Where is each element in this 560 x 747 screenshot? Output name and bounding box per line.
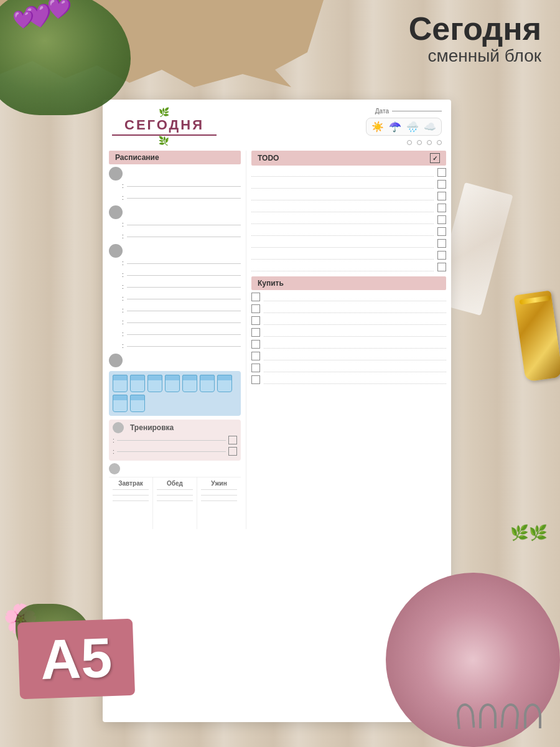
- schedule-bullet-2: [109, 205, 241, 219]
- buy-checkbox-8[interactable]: [251, 375, 260, 384]
- todo-checkbox-3[interactable]: [437, 192, 446, 200]
- water-glass-5[interactable]: [182, 375, 197, 392]
- todo-checkbox-9[interactable]: [437, 263, 446, 271]
- breakfast-col: Завтрак: [109, 477, 153, 529]
- schedule-row-5: :: [109, 259, 241, 267]
- todo-line-8: [251, 251, 434, 260]
- todo-row-8: [251, 251, 446, 260]
- schedule-row-1: :: [109, 182, 241, 190]
- lunch-col: Обед: [153, 477, 197, 529]
- todo-row-6: [251, 227, 446, 236]
- schedule-bullet-3: [109, 244, 241, 258]
- bullet-2: [109, 205, 123, 219]
- radio-3[interactable]: [427, 140, 432, 145]
- todo-label: TODO: [258, 154, 279, 162]
- schedule-row-9: :: [109, 306, 241, 314]
- buy-checkbox-4[interactable]: [251, 328, 260, 337]
- buy-line-1: [264, 293, 446, 301]
- todo-header: TODO ✓: [251, 151, 446, 166]
- bullet-3: [109, 244, 123, 258]
- radio-1[interactable]: [407, 140, 412, 145]
- buy-checkbox-1[interactable]: [251, 293, 260, 301]
- water-glass-4[interactable]: [165, 375, 180, 392]
- date-underline: [392, 111, 442, 111]
- buy-checkbox-7[interactable]: [251, 364, 260, 372]
- todo-line-5: [251, 215, 434, 224]
- weather-box: ☀️ ☂️ 🌧️ ☁️: [366, 118, 442, 136]
- buy-row-1: [251, 293, 446, 301]
- lunch-lines: [157, 489, 193, 527]
- todo-checkbox-4[interactable]: [437, 204, 446, 212]
- buy-checkbox-2[interactable]: [251, 304, 260, 313]
- left-column: Расписание : : :: [103, 151, 246, 529]
- buy-row-2: [251, 304, 446, 313]
- buy-row-8: [251, 375, 446, 384]
- todo-checkbox-5[interactable]: [437, 215, 446, 224]
- weather-radios: [407, 140, 442, 145]
- weather-rain: ☂️: [389, 121, 401, 133]
- schedule-row-11: :: [109, 330, 241, 338]
- schedule-row-10: :: [109, 318, 241, 326]
- buy-line-6: [264, 352, 446, 360]
- buy-header: Купить: [251, 276, 446, 290]
- todo-checkbox-8[interactable]: [437, 251, 446, 260]
- todo-line-1: [251, 168, 434, 177]
- schedule-row-6: :: [109, 271, 241, 279]
- training-line-2: [117, 451, 226, 452]
- title-area: Сегодня сменный блок: [324, 0, 560, 72]
- water-tracker: [109, 371, 241, 416]
- water-glass-9[interactable]: [130, 395, 145, 412]
- schedule-bullet-1: [109, 167, 241, 181]
- lunch-label: Обед: [157, 480, 193, 487]
- a5-label: A5: [39, 626, 113, 692]
- todo-checkbox-2[interactable]: [437, 180, 446, 189]
- radio-4[interactable]: [437, 140, 442, 145]
- training-check-1[interactable]: [228, 436, 237, 444]
- buy-checkbox-3[interactable]: [251, 316, 260, 325]
- schedule-header: Расписание: [109, 151, 241, 164]
- water-glass-2[interactable]: [130, 375, 145, 392]
- a5-badge: A5: [17, 619, 135, 699]
- training-bullet: [113, 422, 124, 433]
- line-2: [127, 198, 241, 199]
- schedule-row-2: :: [109, 194, 241, 202]
- todo-check-icon[interactable]: ✓: [430, 153, 440, 163]
- leaf-right: 🌿: [159, 136, 169, 146]
- plant-decoration-topleft: 💜 💜 💜: [0, 0, 149, 146]
- buy-row-4: [251, 328, 446, 337]
- page-header: 🌿 СЕГОДНЯ 🌿 Дата ☀️ ☂️ 🌧️ ☁️: [103, 100, 451, 151]
- weather-cloud: ☁️: [424, 121, 436, 133]
- bullet-4: [109, 354, 123, 367]
- buy-row-7: [251, 364, 446, 372]
- subtitle: сменный блок: [336, 46, 541, 66]
- training-line-1: [117, 440, 226, 441]
- binder-rings: [457, 703, 541, 728]
- schedule-row-4: :: [109, 232, 241, 240]
- line-1: [127, 186, 241, 187]
- two-column-layout: Расписание : : :: [103, 151, 451, 529]
- buy-checkbox-6[interactable]: [251, 352, 260, 360]
- buy-line-2: [264, 304, 446, 313]
- todo-line-6: [251, 227, 434, 236]
- todo-checkbox-7[interactable]: [437, 239, 446, 248]
- schedule-row-3: :: [109, 220, 241, 228]
- water-glass-1[interactable]: [113, 375, 128, 392]
- todo-row-3: [251, 192, 446, 200]
- binder-clip: [513, 293, 560, 392]
- leaf-left: 🌿: [159, 107, 169, 117]
- training-check-2[interactable]: [228, 447, 237, 456]
- water-glass-7[interactable]: [217, 375, 232, 392]
- weather-sun: ☀️: [371, 121, 384, 133]
- training-row-2: :: [113, 447, 237, 456]
- todo-checkbox-1[interactable]: [437, 168, 446, 177]
- todo-line-9: [251, 263, 434, 271]
- water-glass-6[interactable]: [200, 375, 215, 392]
- water-glass-8[interactable]: [113, 395, 128, 412]
- todo-checkbox-6[interactable]: [437, 227, 446, 236]
- buy-checkbox-5[interactable]: [251, 340, 260, 349]
- date-weather-section: Дата ☀️ ☂️ 🌧️ ☁️: [366, 108, 442, 145]
- dinner-lines: [201, 489, 237, 527]
- radio-2[interactable]: [417, 140, 422, 145]
- water-glass-3[interactable]: [147, 375, 162, 392]
- main-title: Сегодня: [336, 12, 541, 45]
